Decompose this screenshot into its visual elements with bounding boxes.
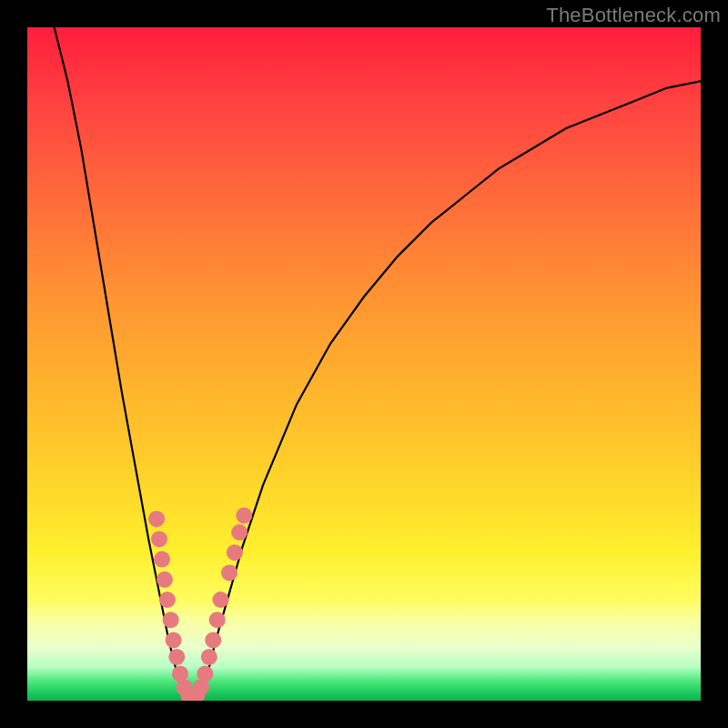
curve-svg (27, 27, 701, 701)
data-marker (159, 592, 176, 608)
data-marker (227, 544, 243, 561)
data-marker (221, 564, 238, 581)
data-marker (157, 571, 173, 588)
bottleneck-curve (55, 27, 701, 697)
data-marker (212, 592, 228, 608)
data-marker (168, 649, 185, 665)
data-marker (201, 649, 217, 665)
data-marker (205, 632, 221, 648)
data-marker (166, 632, 182, 648)
data-marker (151, 531, 167, 547)
data-marker (163, 612, 179, 628)
data-marker (148, 511, 165, 527)
watermark-text: TheBottleneck.com (546, 4, 721, 27)
data-marker (197, 665, 213, 682)
plot-area (27, 27, 701, 701)
data-marker (231, 524, 248, 541)
data-marker (236, 508, 252, 524)
data-marker (154, 551, 170, 568)
curve-markers (148, 508, 252, 702)
data-marker (209, 612, 226, 628)
chart-frame: TheBottleneck.com (0, 0, 728, 728)
